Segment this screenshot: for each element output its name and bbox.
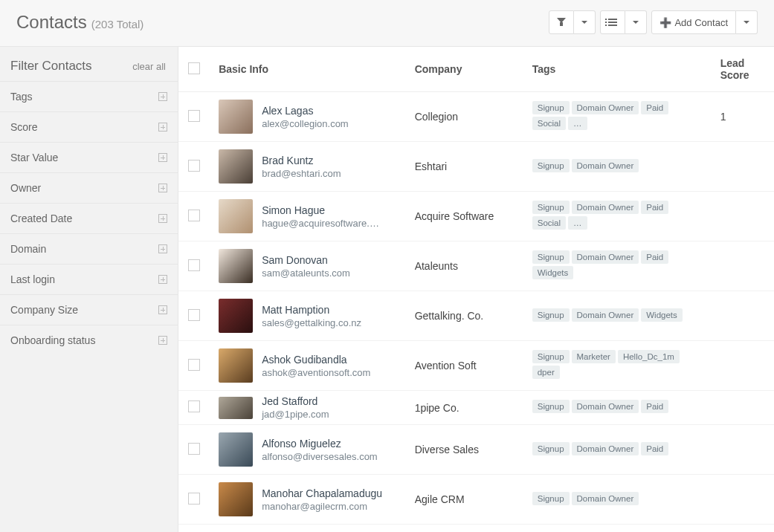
table-row[interactable]: Matt Hamptionsales@gettalking.co.nzGetta… [178, 291, 774, 341]
tag-chip[interactable]: Paid [641, 201, 668, 214]
table-row[interactable]: Manohar Chapalamadugumanohar@agilecrm.co… [178, 475, 774, 525]
contact-name[interactable]: Ashok Gudibandla [262, 354, 370, 366]
contact-name[interactable]: Matt Hamption [262, 304, 361, 316]
tag-chip[interactable]: Paid [641, 250, 668, 264]
filter-item[interactable]: Last login [0, 264, 178, 294]
tag-chip[interactable]: Signup [532, 250, 570, 264]
basic-info-cell: Matt Hamptionsales@gettalking.co.nz [210, 291, 396, 340]
tag-chip[interactable]: Signup [532, 308, 570, 322]
col-header-lead[interactable]: Lead Score [712, 47, 774, 92]
tag-chip[interactable]: Domain Owner [572, 308, 639, 322]
tags-cell: SignupDomain OwnerPaid [523, 425, 712, 475]
col-header-company[interactable]: Company [406, 47, 523, 92]
row-checkbox[interactable] [188, 309, 200, 321]
filter-item[interactable]: Star Value [0, 142, 178, 172]
select-all-checkbox[interactable] [188, 62, 200, 74]
tag-chip[interactable]: dper [532, 366, 560, 379]
view-dropdown-button[interactable] [625, 10, 647, 34]
col-header-tags[interactable]: Tags [523, 47, 712, 92]
tag-chip[interactable]: Signup [532, 492, 570, 505]
company-name: Eshtari [415, 160, 448, 172]
expand-icon [158, 305, 167, 314]
table-header-row: Basic Info Company Tags Lead Score [178, 47, 774, 92]
tag-chip[interactable]: Hello_Dc_1m [618, 350, 680, 363]
contact-email[interactable]: jad@1pipe.com [262, 409, 329, 420]
filter-item[interactable]: Company Size [0, 294, 178, 325]
tag-chip[interactable]: Signup [532, 101, 570, 114]
tag-chip[interactable]: Domain Owner [572, 442, 639, 455]
filter-item[interactable]: Created Date [0, 203, 178, 233]
tag-chip[interactable]: Domain Owner [572, 400, 639, 413]
tag-chip[interactable]: Social [532, 216, 566, 230]
tag-chip[interactable]: Widgets [641, 308, 683, 322]
clear-all-link[interactable]: clear all [132, 61, 166, 72]
filter-item[interactable]: Domain [0, 233, 178, 264]
row-checkbox[interactable] [188, 160, 200, 172]
contact-name[interactable]: Simon Hague [262, 204, 379, 216]
filter-label: Domain [10, 243, 46, 255]
filter-button[interactable] [549, 10, 574, 34]
contact-name[interactable]: Alex Lagas [262, 105, 349, 117]
table-row[interactable]: Brad Kuntzbrad@eshtari.comEshtariSignupD… [178, 142, 774, 192]
contact-email[interactable]: sam@ataleunts.com [262, 267, 350, 279]
tag-chip[interactable]: Marketer [572, 350, 616, 363]
tag-chip[interactable]: Signup [532, 400, 570, 413]
row-checkbox[interactable] [188, 110, 200, 122]
contact-name[interactable]: Sam Donovan [262, 254, 350, 266]
tag-chip[interactable]: Signup [532, 350, 570, 363]
contact-email[interactable]: alex@collegion.com [262, 118, 349, 129]
filter-item[interactable]: Tags [0, 81, 178, 111]
row-checkbox[interactable] [188, 259, 200, 271]
col-header-basic[interactable]: Basic Info [210, 47, 405, 92]
add-contact-dropdown-button[interactable] [736, 10, 758, 34]
contact-name[interactable]: Jed Stafford [262, 395, 329, 407]
contact-text: Ashok Gudibandlaashok@aventionsoft.com [262, 354, 370, 378]
row-checkbox[interactable] [188, 443, 200, 455]
row-checkbox[interactable] [188, 210, 200, 221]
filter-dropdown-button[interactable] [574, 10, 596, 34]
tag-chip[interactable]: Paid [641, 442, 668, 455]
tag-chip[interactable]: Social [532, 117, 566, 130]
table-row[interactable]: Ashok Gudibandlaashok@aventionsoft.comAv… [178, 341, 774, 391]
table-row[interactable]: Alfonso Miguelezalfonso@diversesales.com… [178, 425, 774, 475]
tag-chip[interactable]: Paid [641, 101, 668, 114]
contact-email[interactable]: brad@eshtari.com [262, 168, 341, 179]
tag-chip[interactable]: Signup [532, 442, 570, 455]
plus-icon: ➕ [659, 17, 671, 28]
table-row[interactable]: Sam Donovansam@ataleunts.comAtaleuntsSig… [178, 241, 774, 291]
filter-item[interactable]: Onboarding status [0, 325, 178, 355]
tag-chip[interactable]: Domain Owner [572, 101, 639, 114]
table-row[interactable]: Simon Haguehague@acquiresoftware.…Acquir… [178, 192, 774, 241]
tag-chip[interactable]: Paid [641, 400, 668, 413]
filter-item[interactable]: Score [0, 111, 178, 142]
tag-chip[interactable]: Signup [532, 159, 570, 172]
contact-name[interactable]: Brad Kuntz [262, 155, 341, 166]
contact-name[interactable]: Alfonso Miguelez [262, 438, 378, 450]
avatar [219, 199, 253, 233]
tag-chip[interactable]: Widgets [532, 266, 574, 279]
contact-email[interactable]: hague@acquiresoftware.… [262, 218, 379, 229]
contact-email[interactable]: ashok@aventionsoft.com [262, 367, 370, 378]
row-checkbox[interactable] [188, 400, 200, 412]
tag-chip[interactable]: Signup [532, 201, 570, 214]
contact-email[interactable]: sales@gettalking.co.nz [262, 317, 361, 328]
row-select-cell [178, 475, 210, 525]
filter-item[interactable]: Owner [0, 172, 178, 203]
contact-name[interactable]: Manohar Chapalamadugu [262, 487, 382, 499]
tag-chip[interactable]: Domain Owner [572, 492, 639, 505]
table-row[interactable]: Alex Lagasalex@collegion.comCollegionSig… [178, 92, 774, 142]
contact-email[interactable]: manohar@agilecrm.com [262, 501, 382, 512]
filter-label: Onboarding status [10, 334, 95, 346]
row-checkbox[interactable] [188, 359, 200, 371]
list-view-button[interactable] [600, 10, 625, 34]
table-row[interactable]: Jed Staffordjad@1pipe.com1pipe Co.Signup… [178, 391, 774, 425]
tag-chip[interactable]: … [568, 117, 587, 130]
row-checkbox[interactable] [188, 493, 200, 505]
tag-chip[interactable]: … [568, 216, 587, 230]
filter-label: Company Size [10, 304, 78, 316]
contact-email[interactable]: alfonso@diversesales.com [262, 451, 378, 462]
add-contact-button[interactable]: ➕ Add Contact [651, 10, 736, 34]
tag-chip[interactable]: Domain Owner [572, 201, 639, 214]
tag-chip[interactable]: Domain Owner [572, 159, 639, 172]
tag-chip[interactable]: Domain Owner [572, 250, 639, 264]
